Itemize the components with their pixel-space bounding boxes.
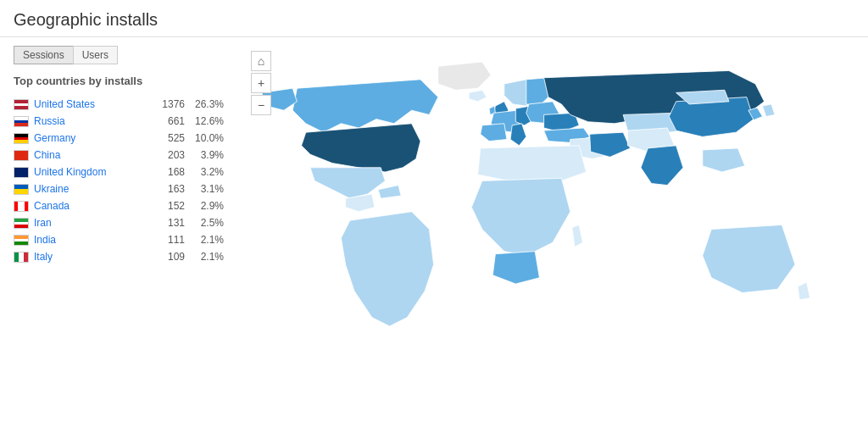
country-list: United States137626.3%Russia66112.6%Germ… [14,96,224,265]
usa-region [302,124,420,172]
new-zealand-region [798,282,810,300]
map-panel: ⌂ + − [237,37,868,439]
map-zoom-out-button[interactable]: − [251,95,271,115]
country-pct: 2.9% [190,200,224,212]
country-item: Ukraine1633.1% [14,180,224,197]
caribbean-region [378,186,401,199]
content-area: Sessions Users Top countries by installs… [0,37,868,439]
southeast-asia-region [703,148,745,172]
madagascar-region [572,225,582,247]
country-pct: 2.1% [190,251,224,263]
country-count: 109 [151,251,185,263]
flag-cn [14,150,29,161]
india-region [641,146,683,186]
map-zoom-in-button[interactable]: + [251,73,271,93]
country-item: China2033.9% [14,147,224,164]
flag-in [14,235,29,246]
country-pct: 26.3% [190,98,224,110]
country-pct: 12.6% [190,115,224,127]
country-count: 1376 [151,98,185,110]
country-pct: 3.9% [190,149,224,161]
country-count: 111 [151,234,185,246]
flag-de [14,133,29,144]
iceland-region [469,90,487,102]
flag-ua [14,184,29,195]
world-map [244,44,861,432]
japan-region [763,104,776,117]
flag-gb [14,167,29,178]
country-name[interactable]: United Kingdom [34,166,146,178]
flag-ru [14,116,29,127]
country-item: Italy1092.1% [14,248,224,265]
australia-region [703,225,795,292]
country-name[interactable]: Ukraine [34,183,146,195]
country-name[interactable]: Italy [34,251,146,263]
flag-it [14,252,29,263]
sub-saharan-africa-region [471,178,570,256]
tab-sessions[interactable]: Sessions [14,46,73,64]
country-pct: 2.1% [190,234,224,246]
country-item: Germany52510.0% [14,130,224,147]
south-africa-region [492,252,539,284]
country-item: United Kingdom1683.2% [14,164,224,180]
country-count: 203 [151,149,185,161]
mexico-region [310,168,385,198]
country-name[interactable]: China [34,149,146,161]
greenland-region [438,62,491,90]
country-pct: 3.1% [190,183,224,195]
country-pct: 3.2% [190,166,224,178]
map-home-button[interactable]: ⌂ [251,51,271,71]
country-name[interactable]: Iran [34,217,146,229]
country-item: India1112.1% [14,231,224,248]
iran-region [590,132,631,157]
map-controls: ⌂ + − [251,51,271,115]
country-count: 131 [151,217,185,229]
south-america-region [341,212,433,326]
country-name[interactable]: United States [34,98,146,110]
country-pct: 2.5% [190,217,224,229]
flag-us [14,99,29,110]
section-title: Top countries by installs [14,75,224,87]
country-item: Iran1312.5% [14,214,224,231]
china-region [669,97,754,137]
country-count: 163 [151,183,185,195]
flag-ca [14,201,29,212]
country-count: 525 [151,132,185,144]
page: Geographic installs Sessions Users Top c… [0,0,868,444]
north-africa-region [478,146,587,181]
tab-users[interactable]: Users [73,46,118,64]
country-item: Canada1522.9% [14,197,224,214]
tab-group: Sessions Users [14,46,224,64]
country-name[interactable]: Germany [34,132,146,144]
country-item: United States137626.3% [14,96,224,113]
country-name[interactable]: Russia [34,115,146,127]
country-pct: 10.0% [190,132,224,144]
italy-region [510,124,526,146]
page-header: Geographic installs [0,0,868,37]
canada-region [292,80,438,132]
country-count: 168 [151,166,185,178]
country-name[interactable]: Canada [34,200,146,212]
page-title: Geographic installs [14,10,854,30]
country-name[interactable]: India [34,234,146,246]
country-count: 152 [151,200,185,212]
flag-ir [14,218,29,229]
country-count: 661 [151,115,185,127]
left-panel: Sessions Users Top countries by installs… [0,37,237,439]
country-item: Russia66112.6% [14,113,224,130]
spain-region [481,124,507,142]
